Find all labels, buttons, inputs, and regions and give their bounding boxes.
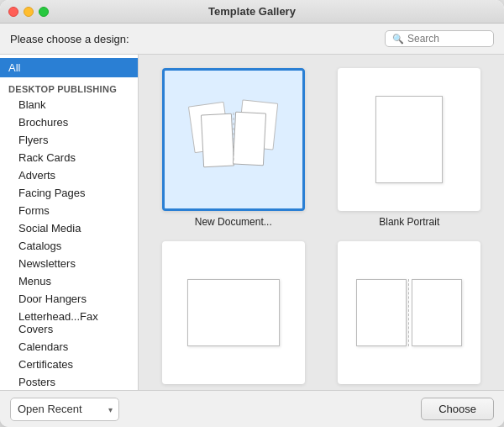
window-buttons (8, 7, 49, 17)
svg-rect-2 (201, 113, 234, 167)
sidebar-section-desktop-publishing: DESKTOP PUBLISHING (0, 77, 138, 96)
new-document-icon (187, 89, 280, 190)
template-new-document[interactable]: New Document... (152, 68, 315, 228)
choose-button[interactable]: Choose (421, 398, 494, 420)
sidebar-item-rack-cards[interactable]: Rack Cards (0, 149, 138, 166)
facing-pages-inner (356, 279, 462, 346)
search-box: 🔍 (385, 30, 494, 47)
sidebar-item-social-media[interactable]: Social Media (0, 219, 138, 237)
sidebar-item-flyers[interactable]: Flyers (0, 131, 138, 149)
open-recent-wrapper: Open Recent ▾ (10, 398, 119, 421)
sidebar-item-newsletters[interactable]: Newsletters (0, 255, 138, 272)
minimize-button[interactable] (24, 7, 34, 17)
blank-portrait-inner (375, 96, 443, 183)
sidebar-item-facing-pages[interactable]: Facing Pages (0, 184, 138, 202)
sidebar-item-brochures[interactable]: Brochures (0, 113, 138, 131)
sidebar-item-letterhead-fax[interactable]: Letterhead...Fax Covers (0, 308, 138, 338)
sidebar-item-all[interactable]: All (0, 58, 138, 77)
template-thumb-new-document[interactable] (162, 68, 305, 211)
template-label-blank-portrait: Blank Portrait (379, 216, 439, 228)
template-blank-landscape[interactable]: Blank Landscape (152, 241, 315, 390)
sidebar-item-certificates[interactable]: Certificates (0, 356, 138, 373)
footer: Open Recent ▾ Choose (0, 390, 504, 427)
maximize-button[interactable] (39, 7, 49, 17)
titlebar: Template Gallery (0, 0, 504, 24)
sidebar-item-posters[interactable]: Posters (0, 373, 138, 390)
content-area: New Document... Blank Portrait Blank Lan… (139, 55, 504, 390)
close-button[interactable] (8, 7, 18, 17)
svg-rect-3 (233, 112, 265, 166)
choose-prompt: Please choose a design: (10, 33, 129, 45)
facing-page-divider (408, 279, 410, 346)
sidebar-item-door-hangers[interactable]: Door Hangers (0, 290, 138, 308)
template-label-new-document: New Document... (195, 216, 272, 228)
facing-page-right (412, 279, 462, 346)
facing-page-left (356, 279, 407, 346)
template-blank-portrait[interactable]: Blank Portrait (328, 68, 491, 228)
sidebar-item-forms[interactable]: Forms (0, 202, 138, 219)
template-thumb-blank-portrait[interactable] (338, 68, 480, 211)
search-input[interactable] (407, 33, 486, 45)
sidebar-item-adverts[interactable]: Adverts (0, 166, 138, 184)
toolbar: Please choose a design: 🔍 (0, 24, 504, 55)
search-icon: 🔍 (392, 34, 404, 45)
main-content: All DESKTOP PUBLISHING Blank Brochures F… (0, 55, 504, 390)
template-facing-pages[interactable]: Facing Pages (328, 241, 491, 390)
sidebar-item-calendars[interactable]: Calendars (0, 338, 138, 356)
template-thumb-blank-landscape[interactable] (162, 241, 305, 384)
sidebar-item-blank[interactable]: Blank (0, 96, 138, 113)
sidebar: All DESKTOP PUBLISHING Blank Brochures F… (0, 55, 139, 390)
window: Template Gallery Please choose a design:… (0, 0, 504, 427)
window-title: Template Gallery (208, 5, 296, 18)
sidebar-item-menus[interactable]: Menus (0, 272, 138, 290)
blank-landscape-inner (187, 279, 280, 346)
sidebar-item-catalogs[interactable]: Catalogs (0, 237, 138, 255)
template-thumb-facing-pages[interactable] (338, 241, 480, 384)
open-recent-select[interactable]: Open Recent (10, 398, 119, 421)
